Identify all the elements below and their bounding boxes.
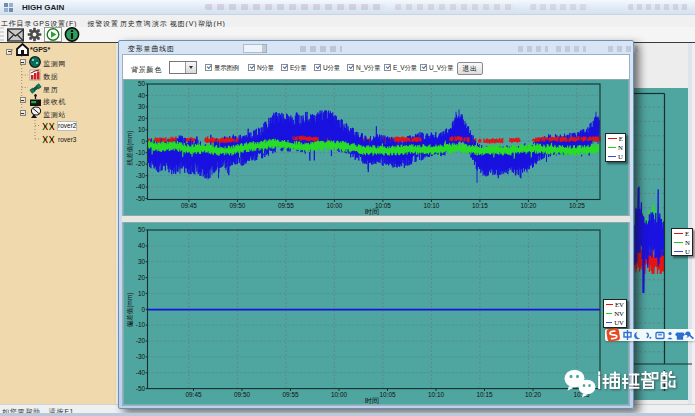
svg-text:10:10: 10:10 [428, 391, 444, 398]
svg-text:09:50: 09:50 [234, 391, 250, 398]
svg-text:-30: -30 [136, 353, 146, 360]
svg-text:10:15: 10:15 [472, 202, 488, 209]
svg-text:10:05: 10:05 [380, 391, 396, 398]
svg-text:20: 20 [138, 274, 146, 281]
svg-text:10:25: 10:25 [569, 202, 585, 209]
svg-text:-20: -20 [136, 337, 146, 344]
svg-text:09:45: 09:45 [186, 391, 202, 398]
svg-text:30: 30 [138, 258, 146, 265]
svg-text:-40: -40 [136, 183, 146, 190]
svg-text:时间: 时间 [365, 208, 379, 216]
svg-text:-20: -20 [136, 160, 146, 167]
svg-text:10:00: 10:00 [326, 202, 342, 209]
svg-text:偏差值(mm): 偏差值(mm) [126, 293, 134, 328]
svg-text:-40: -40 [136, 369, 146, 376]
svg-text:时间: 时间 [365, 397, 379, 405]
svg-text:0: 0 [141, 306, 145, 313]
svg-text:-30: -30 [136, 172, 146, 179]
svg-text:10:20: 10:20 [520, 202, 536, 209]
svg-text:10:20: 10:20 [525, 391, 541, 398]
svg-text:09:45: 09:45 [181, 202, 197, 209]
svg-text:10: 10 [138, 290, 146, 297]
svg-text:50: 50 [138, 226, 146, 233]
svg-text:40: 40 [138, 92, 146, 99]
svg-text:10:10: 10:10 [423, 202, 439, 209]
svg-text:10:00: 10:00 [331, 391, 347, 398]
svg-text:09:55: 09:55 [283, 391, 299, 398]
svg-text:40: 40 [138, 242, 146, 249]
svg-text:20: 20 [138, 115, 146, 122]
svg-text:-10: -10 [136, 149, 146, 156]
svg-text:残差值(mm): 残差值(mm) [126, 131, 134, 167]
svg-text:30: 30 [138, 103, 146, 110]
svg-text:-50: -50 [136, 195, 146, 202]
svg-text:-50: -50 [136, 385, 146, 392]
svg-text:50: 50 [138, 80, 146, 87]
svg-text:-10: -10 [136, 321, 146, 328]
svg-text:09:50: 09:50 [229, 202, 245, 209]
svg-text:10:15: 10:15 [477, 391, 493, 398]
svg-text:0: 0 [141, 138, 145, 145]
svg-text:09:55: 09:55 [278, 202, 294, 209]
svg-text:10: 10 [138, 126, 146, 133]
